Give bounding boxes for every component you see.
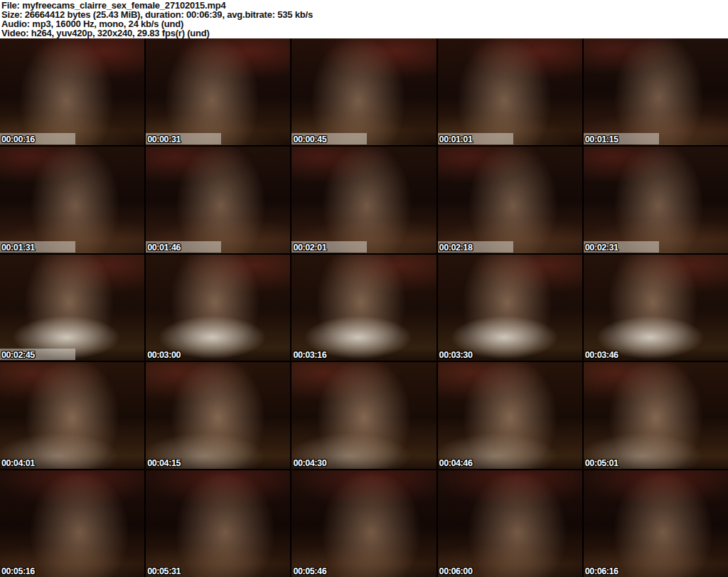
timestamp-overlay: 00:04:46 (439, 458, 473, 468)
video-thumbnail: 00:02:45 (0, 255, 144, 361)
timestamp-overlay: 00:03:46 (585, 350, 619, 360)
file-info-header: File: myfreecams_clairre_sex_female_2710… (0, 0, 728, 38)
thumbnail-image-placeholder (438, 362, 582, 469)
timestamp-overlay: 00:00:45 (293, 134, 326, 144)
thumbnail-image-placeholder (291, 255, 436, 361)
video-thumbnail: 00:00:45 (291, 38, 436, 145)
thumbnail-image-placeholder (584, 38, 728, 145)
thumbnail-image-placeholder (291, 470, 436, 577)
timestamp-overlay: 00:01:15 (585, 134, 619, 144)
timestamp-overlay: 00:04:30 (293, 458, 326, 468)
video-thumbnail: 00:05:16 (0, 470, 144, 577)
contact-sheet: File: myfreecams_clairre_sex_female_2710… (0, 0, 728, 577)
timestamp-overlay: 00:03:00 (147, 350, 181, 360)
timestamp-overlay: 00:04:01 (1, 458, 35, 468)
timestamp-overlay: 00:01:01 (439, 134, 473, 144)
thumbnail-image-placeholder (584, 362, 728, 469)
timestamp-overlay: 00:03:30 (439, 350, 473, 360)
timestamp-overlay: 00:05:01 (585, 458, 619, 468)
thumbnail-image-placeholder (291, 38, 436, 145)
video-thumbnail: 00:00:16 (0, 38, 144, 145)
video-thumbnail: 00:05:01 (584, 362, 728, 469)
thumbnail-image-placeholder (584, 470, 728, 577)
video-thumbnail: 00:04:15 (146, 362, 290, 469)
thumbnail-image-placeholder (146, 255, 290, 361)
timestamp-overlay: 00:01:31 (1, 243, 35, 253)
video-thumbnail: 00:01:15 (584, 38, 728, 145)
video-thumbnail: 00:05:46 (291, 470, 436, 577)
thumbnail-image-placeholder (146, 470, 290, 577)
thumbnail-image-placeholder (0, 147, 144, 253)
timestamp-overlay: 00:01:46 (147, 243, 181, 253)
video-thumbnail: 00:04:46 (438, 362, 582, 469)
timestamp-overlay: 00:02:18 (439, 243, 473, 253)
thumbnail-image-placeholder (0, 38, 144, 145)
video-thumbnail: 00:03:46 (584, 255, 728, 361)
thumbnail-image-placeholder (438, 255, 582, 361)
timestamp-overlay: 00:02:31 (585, 243, 619, 253)
thumbnail-image-placeholder (438, 38, 582, 145)
timestamp-overlay: 00:00:31 (147, 134, 181, 144)
video-thumbnail: 00:03:30 (438, 255, 582, 361)
video-thumbnail: 00:06:00 (438, 470, 582, 577)
video-thumbnail: 00:01:46 (146, 147, 290, 253)
timestamp-overlay: 00:05:31 (147, 566, 181, 576)
video-thumbnail: 00:01:01 (438, 38, 582, 145)
video-thumbnail: 00:01:31 (0, 147, 144, 253)
video-thumbnail: 00:02:31 (584, 147, 728, 253)
timestamp-overlay: 00:02:45 (1, 350, 35, 360)
thumbnail-image-placeholder (146, 147, 290, 253)
thumbnail-image-placeholder (291, 362, 436, 469)
thumbnail-grid: 00:00:16 00:00:31 00:00:45 00:01:01 00:0… (0, 38, 728, 577)
thumbnail-image-placeholder (0, 362, 144, 469)
video-thumbnail: 00:04:01 (0, 362, 144, 469)
video-thumbnail: 00:03:00 (146, 255, 290, 361)
video-thumbnail: 00:02:01 (291, 147, 436, 253)
timestamp-overlay: 00:05:46 (293, 566, 326, 576)
timestamp-overlay: 00:05:16 (1, 566, 35, 576)
video-thumbnail: 00:06:16 (584, 470, 728, 577)
video-thumbnail: 00:05:31 (146, 470, 290, 577)
thumbnail-image-placeholder (584, 255, 728, 361)
video-thumbnail: 00:03:16 (291, 255, 436, 361)
thumbnail-image-placeholder (584, 147, 728, 253)
timestamp-overlay: 00:02:01 (293, 243, 326, 253)
timestamp-overlay: 00:06:00 (439, 566, 473, 576)
thumbnail-image-placeholder (0, 470, 144, 577)
thumbnail-image-placeholder (438, 147, 582, 253)
thumbnail-image-placeholder (0, 255, 144, 361)
video-thumbnail: 00:04:30 (291, 362, 436, 469)
timestamp-overlay: 00:04:15 (147, 458, 181, 468)
thumbnail-image-placeholder (291, 147, 436, 253)
thumbnail-image-placeholder (438, 470, 582, 577)
thumbnail-image-placeholder (146, 362, 290, 469)
video-thumbnail: 00:02:18 (438, 147, 582, 253)
thumbnail-image-placeholder (146, 38, 290, 145)
timestamp-overlay: 00:00:16 (1, 134, 35, 144)
timestamp-overlay: 00:03:16 (293, 350, 326, 360)
video-info-line: Video: h264, yuv420p, 320x240, 29.83 fps… (1, 28, 728, 38)
timestamp-overlay: 00:06:16 (585, 566, 619, 576)
video-thumbnail: 00:00:31 (146, 38, 290, 145)
